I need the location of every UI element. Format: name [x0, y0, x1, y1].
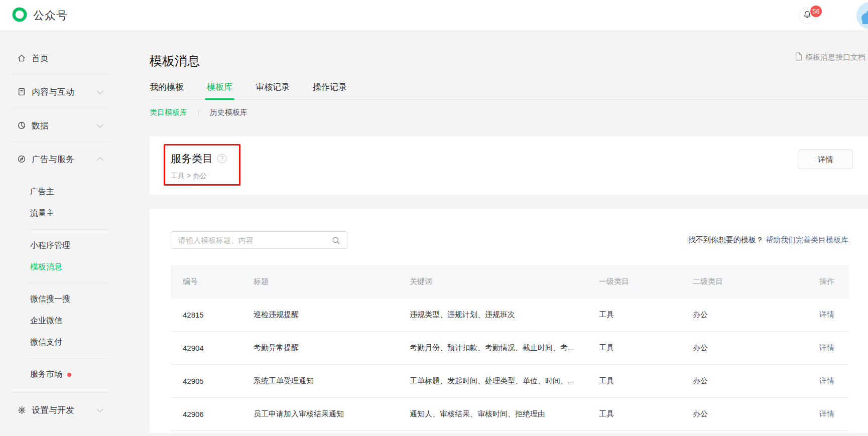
subtab-category-library[interactable]: 类目模板库: [150, 108, 187, 117]
divider: [30, 358, 109, 359]
sidebar-item-service-market[interactable]: 服务市场: [0, 364, 150, 385]
sidebar-item-traffic[interactable]: 流量主: [0, 203, 150, 224]
tab-bar: 我的模板 模板库 审核记录 操作记录: [150, 81, 868, 100]
cell-cat2: 办公: [693, 310, 783, 320]
home-icon: [17, 53, 27, 63]
col-header-keywords: 关键词: [410, 277, 599, 286]
sidebar-item-label: 首页: [32, 53, 49, 64]
tab-review-records[interactable]: 审核记录: [256, 81, 290, 99]
sidebar-item-label: 服务市场: [30, 369, 62, 380]
api-doc-link[interactable]: 模板消息接口文档: [795, 52, 865, 62]
brand[interactable]: 公众号: [11, 6, 68, 25]
sidebar-item-wxpay[interactable]: 微信支付: [0, 332, 150, 353]
cell-cat1: 工具: [599, 409, 693, 419]
sidebar-item-content[interactable]: 内容与互动: [0, 83, 150, 101]
service-category-path: 工具 > 办公: [171, 172, 868, 181]
help-line: 找不到你想要的模板？ 帮助我们完善类目模板库: [688, 235, 848, 245]
table-header-row: 编号 标题 关键词 一级类目 二级类目 操作: [171, 265, 848, 299]
sidebar-item-wecom[interactable]: 企业微信: [0, 310, 150, 332]
service-category-title-row: 服务类目 ?: [171, 152, 868, 166]
sidebar-item-home[interactable]: 首页: [0, 49, 150, 67]
sidebar-item-label: 微信支付: [30, 337, 62, 348]
main-content: 模板消息接口文档 模板消息 我的模板 模板库 审核记录 操作记录 类目模板库 历…: [150, 31, 868, 436]
sidebar-item-template-message[interactable]: 模板消息: [0, 256, 150, 278]
divider: [30, 229, 109, 230]
col-header-id: 编号: [171, 277, 254, 286]
divider: [11, 74, 109, 75]
cell-id: 42904: [171, 344, 254, 352]
row-detail-link[interactable]: 详情: [819, 343, 834, 352]
search-box: [171, 231, 347, 249]
sidebar-item-ads-services[interactable]: 广告与服务: [0, 150, 150, 168]
sidebar-item-settings[interactable]: 设置与开发: [0, 401, 150, 419]
row-detail-link[interactable]: 详情: [819, 376, 834, 385]
cell-id: 42905: [171, 377, 254, 385]
chevron-down-icon: [97, 88, 103, 94]
notification-badge: 56: [810, 6, 822, 17]
sidebar: 首页 内容与互动 数据 广告与服务 广告主: [0, 31, 150, 436]
table-row: 42815 巡检违规提醒 违规类型、违规计划、违规班次 工具 办公 详情: [171, 299, 848, 332]
sidebar-item-label: 内容与互动: [32, 86, 74, 98]
cell-title: 考勤异常提醒: [254, 343, 410, 353]
page-title: 模板消息: [150, 52, 868, 69]
improve-library-link[interactable]: 帮助我们完善类目模板库: [766, 235, 848, 244]
col-header-cat1: 一级类目: [599, 277, 693, 286]
sidebar-item-label: 数据: [32, 120, 49, 131]
sidebar-item-label: 广告主: [30, 187, 54, 197]
notification-dot: [67, 373, 71, 377]
cell-keywords: 违规类型、违规计划、违规班次: [410, 310, 599, 320]
help-icon[interactable]: ?: [217, 154, 226, 163]
subtab-history-library[interactable]: 历史模板库: [210, 108, 247, 117]
sidebar-item-advertiser[interactable]: 广告主: [0, 181, 150, 203]
cell-keywords: 工单标题、发起时间、处理类型、单位、时间、...: [410, 376, 599, 386]
compass-icon: [17, 154, 27, 164]
avatar[interactable]: [856, 2, 868, 29]
cell-title: 巡检违规提醒: [254, 310, 410, 320]
cell-id: 42815: [171, 311, 254, 319]
cell-cat1: 工具: [599, 343, 693, 353]
row-detail-link[interactable]: 详情: [819, 310, 834, 319]
table-row: 42906 员工申请加入审核结果通知 通知人、审核结果、审核时间、拒绝理由 工具…: [171, 398, 848, 431]
chevron-down-icon: [97, 121, 103, 128]
sidebar-item-label: 模板消息: [30, 262, 62, 272]
chevron-down-icon: [97, 406, 103, 412]
sidebar-item-wxsearch[interactable]: 微信搜一搜: [0, 288, 150, 310]
cell-id: 42906: [171, 410, 254, 418]
table-row: 42905 系统工单受理通知 工单标题、发起时间、处理类型、单位、时间、... …: [171, 365, 848, 398]
col-header-title: 标题: [254, 277, 410, 286]
sidebar-item-label: 小程序管理: [30, 240, 70, 251]
header-right-cluster: 56: [798, 0, 868, 31]
sidebar-item-label: 广告与服务: [32, 154, 74, 165]
search-icon[interactable]: [331, 236, 341, 247]
cell-keywords: 考勤月份、预计扣款、考勤情况、截止时间、考...: [410, 343, 599, 353]
tab-my-templates[interactable]: 我的模板: [150, 81, 184, 99]
col-header-action: 操作: [783, 277, 848, 286]
doc-icon: [795, 52, 805, 62]
search-input[interactable]: [171, 232, 347, 248]
notification-button[interactable]: 56: [799, 7, 816, 24]
data-pie-icon: [17, 120, 27, 130]
cell-title: 系统工单受理通知: [254, 376, 410, 386]
brand-title: 公众号: [33, 8, 68, 23]
sidebar-item-data[interactable]: 数据: [0, 116, 150, 134]
tab-operation-records[interactable]: 操作记录: [313, 81, 347, 99]
cell-keywords: 通知人、审核结果、审核时间、拒绝理由: [410, 409, 599, 419]
sidebar-item-label: 企业微信: [30, 316, 62, 326]
subtab-bar: 类目模板库 历史模板库: [150, 108, 868, 117]
sidebar-item-miniprogram[interactable]: 小程序管理: [0, 235, 150, 256]
api-doc-link-label: 模板消息接口文档: [805, 53, 865, 62]
service-category-card: 服务类目 ? 工具 > 办公 详情: [150, 136, 868, 195]
divider: [11, 108, 109, 108]
divider: [11, 141, 109, 142]
sidebar-item-label: 设置与开发: [32, 404, 74, 416]
service-category-title: 服务类目: [171, 152, 213, 166]
cell-cat2: 办公: [693, 376, 783, 386]
tab-template-library[interactable]: 模板库: [207, 81, 232, 99]
table-row: 42904 考勤异常提醒 考勤月份、预计扣款、考勤情况、截止时间、考... 工具…: [171, 332, 848, 365]
category-detail-button[interactable]: 详情: [799, 150, 852, 169]
divider: [30, 283, 109, 283]
top-header: 公众号 56: [0, 0, 868, 31]
cell-title: 员工申请加入审核结果通知: [254, 409, 410, 419]
row-detail-link[interactable]: 详情: [819, 409, 834, 418]
table-toolbar: 找不到你想要的模板？ 帮助我们完善类目模板库: [171, 231, 848, 249]
